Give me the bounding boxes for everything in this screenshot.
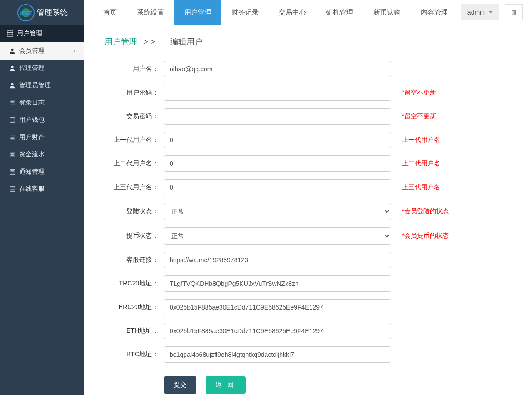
sidebar-item-label: 用户钱包 — [19, 116, 45, 124]
back-button[interactable]: 返 回 — [206, 376, 246, 394]
admin-label: admin — [467, 9, 485, 16]
svg-point-7 — [11, 66, 13, 68]
login-status-hint: *会员登陆的状态 — [402, 207, 449, 215]
nav-trade-center[interactable]: 交易中心 — [269, 0, 316, 25]
chevron-right-icon: › — [73, 48, 75, 54]
main-area: 首页 系统设置 用户管理 财务记录 交易中心 矿机管理 新币认购 内容管理 ad… — [84, 0, 532, 395]
username-input[interactable] — [164, 61, 391, 77]
content: 用户管理 > > 编辑用户 用户名： 用户密码： *留空不更新 交易密码： — [84, 25, 532, 395]
password-label: 用户密码： — [105, 89, 164, 97]
eth-input[interactable] — [164, 323, 391, 339]
sidebar-header: 用户管理 — [0, 25, 84, 42]
nav-home[interactable]: 首页 — [93, 0, 127, 25]
sidebar-item-label: 代理管理 — [19, 64, 45, 72]
breadcrumb-link[interactable]: 用户管理 — [105, 37, 137, 46]
nav-right: admin — [461, 4, 523, 20]
user-icon — [9, 82, 15, 89]
parent1-input[interactable] — [164, 132, 391, 148]
nav-label: 用户管理 — [184, 8, 211, 17]
nav-label: 首页 — [103, 8, 117, 17]
login-status-label: 登陆状态： — [105, 207, 164, 215]
nav-miner-manage[interactable]: 矿机管理 — [316, 0, 363, 25]
svg-point-6 — [11, 49, 13, 51]
parent1-label: 上一代用户名： — [105, 136, 164, 144]
nav-content-manage[interactable]: 内容管理 — [411, 0, 458, 25]
list-icon — [9, 186, 15, 192]
withdraw-status-select[interactable]: 正常 — [164, 227, 391, 245]
list-icon — [9, 169, 15, 175]
nav-label: 财务记录 — [231, 8, 259, 17]
trade-password-hint: *留空不更新 — [402, 112, 436, 120]
withdraw-status-hint: *会员提币的状态 — [402, 232, 449, 240]
parent3-label: 上三代用户名： — [105, 183, 164, 191]
admin-dropdown[interactable]: admin — [461, 4, 499, 20]
trc20-label: TRC20地址： — [105, 280, 164, 288]
sidebar-item-label: 在线客服 — [19, 185, 45, 193]
nav-label: 矿机管理 — [326, 8, 353, 17]
logo-icon: USDZ — [17, 4, 35, 22]
sidebar-item-user-assets[interactable]: 用户财产 — [0, 129, 84, 146]
svg-text:USDZ: USDZ — [20, 11, 32, 16]
service-link-label: 客服链接： — [105, 256, 164, 264]
btc-label: BTC地址： — [105, 350, 164, 359]
parent2-input[interactable] — [164, 155, 391, 172]
login-status-select[interactable]: 正常 — [164, 203, 391, 220]
nav-user-manage[interactable]: 用户管理 — [174, 0, 221, 25]
sidebar-item-label: 登录日志 — [19, 99, 45, 107]
breadcrumb-current: 编辑用户 — [170, 37, 203, 46]
sidebar-item-member-manage[interactable]: 会员管理 › — [0, 42, 84, 60]
sidebar-item-user-wallet[interactable]: 用户钱包 — [0, 111, 84, 129]
nav-new-coin[interactable]: 新币认购 — [363, 0, 411, 25]
sidebar-menu: 会员管理 › 代理管理 管理员管理 登录日志 用户钱包 用户财产 — [0, 42, 84, 198]
parent3-input[interactable] — [164, 179, 391, 195]
erc20-input[interactable] — [164, 299, 391, 315]
sidebar-header-label: 用户管理 — [17, 30, 42, 38]
sidebar-item-fund-flow[interactable]: 资金流水 — [0, 146, 84, 163]
password-input[interactable] — [164, 85, 391, 101]
sidebar-item-online-service[interactable]: 在线客服 — [0, 180, 84, 198]
sidebar-item-label: 通知管理 — [19, 168, 45, 176]
service-link-input[interactable] — [164, 252, 391, 268]
nav-label: 系统设置 — [137, 8, 164, 17]
logo-text: 管理系统 — [37, 7, 68, 18]
user-icon — [9, 48, 15, 54]
user-icon — [9, 65, 15, 71]
sidebar-item-label: 资金流水 — [19, 150, 45, 159]
nav-finance-record[interactable]: 财务记录 — [221, 0, 269, 25]
nav-label: 交易中心 — [279, 8, 306, 17]
parent3-hint: 上三代用户名 — [402, 183, 440, 191]
submit-button[interactable]: 提交 — [164, 376, 196, 394]
list-icon — [9, 134, 15, 140]
nav-system-settings[interactable]: 系统设置 — [127, 0, 174, 25]
password-hint: *留空不更新 — [402, 89, 436, 97]
trash-button[interactable] — [505, 4, 523, 20]
list-icon — [9, 151, 15, 158]
svg-rect-3 — [7, 31, 13, 36]
nav-items: 首页 系统设置 用户管理 财务记录 交易中心 矿机管理 新币认购 内容管理 — [93, 0, 458, 25]
list-icon — [9, 117, 15, 123]
btc-input[interactable] — [164, 346, 391, 363]
trade-password-input[interactable] — [164, 108, 391, 125]
breadcrumb: 用户管理 > > 编辑用户 — [105, 36, 512, 47]
parent1-hint: 上一代用户名 — [402, 136, 440, 144]
username-label: 用户名： — [105, 65, 164, 73]
sidebar-item-agent-manage[interactable]: 代理管理 — [0, 60, 84, 77]
edit-user-form: 用户名： 用户密码： *留空不更新 交易密码： *留空不更新 上一代用户名： 上… — [105, 61, 512, 394]
parent2-label: 上二代用户名： — [105, 160, 164, 168]
trash-icon — [511, 9, 517, 15]
sidebar-item-notification-manage[interactable]: 通知管理 — [0, 163, 84, 180]
erc20-label: ERC20地址： — [105, 303, 164, 311]
menu-icon — [7, 30, 13, 37]
sidebar-item-label: 管理员管理 — [19, 81, 51, 90]
eth-label: ETH地址： — [105, 327, 164, 335]
trade-password-label: 交易密码： — [105, 112, 164, 120]
parent2-hint: 上二代用户名 — [402, 160, 440, 168]
svg-point-8 — [11, 83, 13, 85]
nav-label: 新币认购 — [373, 8, 401, 17]
topnav: 首页 系统设置 用户管理 财务记录 交易中心 矿机管理 新币认购 内容管理 ad… — [84, 0, 532, 25]
sidebar-item-admin-manage[interactable]: 管理员管理 — [0, 77, 84, 94]
sidebar-item-login-log[interactable]: 登录日志 — [0, 94, 84, 111]
sidebar: USDZ 管理系统 用户管理 会员管理 › 代理管理 — [0, 0, 84, 395]
trc20-input[interactable] — [164, 275, 391, 292]
list-icon — [9, 100, 15, 106]
